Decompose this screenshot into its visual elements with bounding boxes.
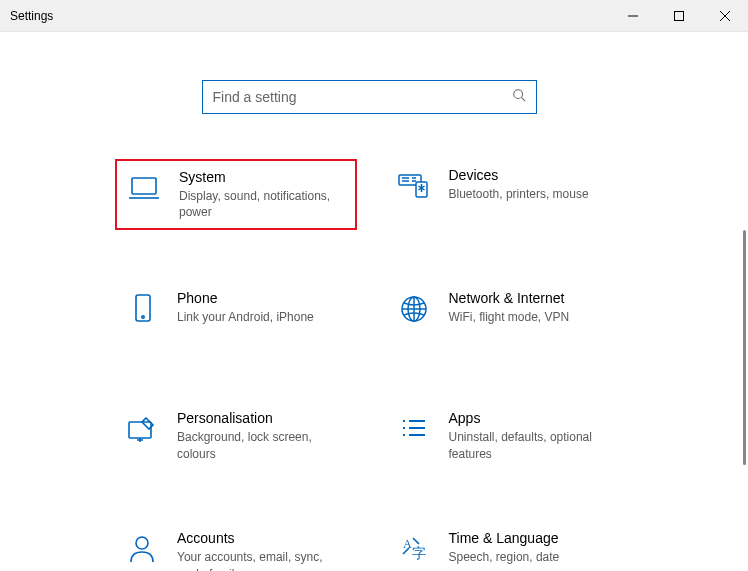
devices-icon xyxy=(397,169,431,203)
tile-system[interactable]: System Display, sound, notifications, po… xyxy=(115,159,357,230)
svg-point-1 xyxy=(513,90,522,99)
tile-text: Time & Language Speech, region, date xyxy=(449,530,619,565)
search-box[interactable] xyxy=(202,80,537,114)
tile-text: System Display, sound, notifications, po… xyxy=(179,169,345,220)
svg-rect-0 xyxy=(675,12,684,21)
tile-desc: Display, sound, notifications, power xyxy=(179,188,345,220)
tile-title: Personalisation xyxy=(177,410,347,426)
svg-point-10 xyxy=(136,537,148,549)
titlebar: Settings xyxy=(0,0,748,32)
tile-text: Apps Uninstall, defaults, optional featu… xyxy=(449,410,619,461)
tile-text: Network & Internet WiFi, flight mode, VP… xyxy=(449,290,619,325)
settings-grid: System Display, sound, notifications, po… xyxy=(0,159,738,571)
tile-desc: WiFi, flight mode, VPN xyxy=(449,309,619,325)
maximize-button[interactable] xyxy=(656,0,702,32)
personalisation-icon xyxy=(125,412,159,446)
minimize-button[interactable] xyxy=(610,0,656,32)
svg-rect-9 xyxy=(129,422,151,438)
tile-network[interactable]: Network & Internet WiFi, flight mode, VP… xyxy=(387,282,629,350)
tile-title: Accounts xyxy=(177,530,347,546)
language-icon: A 字 xyxy=(397,532,431,566)
tile-desc: Bluetooth, printers, mouse xyxy=(449,186,619,202)
tile-desc: Uninstall, defaults, optional features xyxy=(449,429,619,461)
tile-apps[interactable]: Apps Uninstall, defaults, optional featu… xyxy=(387,402,629,470)
tile-desc: Your accounts, email, sync, work, family xyxy=(177,549,347,571)
tile-desc: Speech, region, date xyxy=(449,549,619,565)
svg-rect-2 xyxy=(132,178,156,194)
phone-icon xyxy=(125,292,159,326)
tile-desc: Background, lock screen, colours xyxy=(177,429,347,461)
content-area: System Display, sound, notifications, po… xyxy=(0,80,748,571)
tile-devices[interactable]: Devices Bluetooth, printers, mouse xyxy=(387,159,629,230)
tile-text: Personalisation Background, lock screen,… xyxy=(177,410,347,461)
search-wrap xyxy=(0,80,738,114)
tile-accounts[interactable]: Accounts Your accounts, email, sync, wor… xyxy=(115,522,357,571)
tile-title: Network & Internet xyxy=(449,290,619,306)
tile-phone[interactable]: Phone Link your Android, iPhone xyxy=(115,282,357,350)
apps-icon xyxy=(397,412,431,446)
window-title: Settings xyxy=(10,9,53,23)
svg-rect-5 xyxy=(136,295,150,321)
laptop-icon xyxy=(127,171,161,205)
search-icon xyxy=(512,88,526,106)
svg-text:字: 字 xyxy=(412,546,426,561)
tile-text: Phone Link your Android, iPhone xyxy=(177,290,347,325)
search-input[interactable] xyxy=(213,89,512,105)
person-icon xyxy=(125,532,159,566)
tile-title: Phone xyxy=(177,290,347,306)
tile-text: Accounts Your accounts, email, sync, wor… xyxy=(177,530,347,571)
close-button[interactable] xyxy=(702,0,748,32)
window-controls xyxy=(610,0,748,31)
tile-title: System xyxy=(179,169,345,185)
globe-icon xyxy=(397,292,431,326)
tile-personalisation[interactable]: Personalisation Background, lock screen,… xyxy=(115,402,357,470)
tile-title: Apps xyxy=(449,410,619,426)
tile-title: Time & Language xyxy=(449,530,619,546)
scrollbar[interactable] xyxy=(743,230,746,465)
tile-title: Devices xyxy=(449,167,619,183)
tile-time-language[interactable]: A 字 Time & Language Speech, region, date xyxy=(387,522,629,571)
tile-desc: Link your Android, iPhone xyxy=(177,309,347,325)
tile-text: Devices Bluetooth, printers, mouse xyxy=(449,167,619,202)
svg-point-6 xyxy=(142,316,144,318)
